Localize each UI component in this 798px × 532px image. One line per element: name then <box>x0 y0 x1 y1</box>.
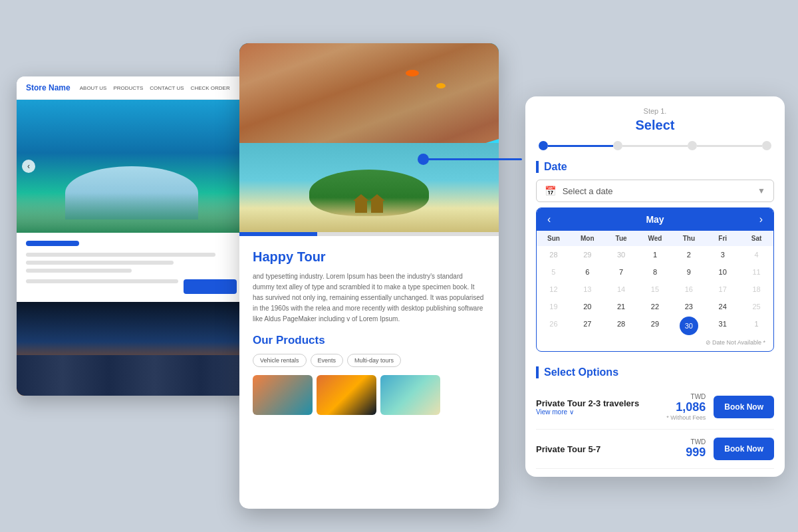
cal-cell[interactable]: 3 <box>706 246 739 263</box>
step-dot-1[interactable] <box>539 141 548 150</box>
cal-cell[interactable]: 29 <box>638 315 672 336</box>
cal-cell[interactable]: 10 <box>706 263 739 281</box>
huts <box>355 200 383 213</box>
cal-cell-selected[interactable]: 30 <box>680 317 698 335</box>
filler-line <box>26 279 178 283</box>
step-dots <box>539 141 771 150</box>
product-thumb-3[interactable] <box>380 375 440 415</box>
cal-cell-unavailable: 17 <box>706 281 739 298</box>
cal-cell[interactable]: 22 <box>638 298 672 315</box>
content-line-1 <box>26 253 215 257</box>
cal-cell[interactable]: 21 <box>604 298 638 315</box>
fish-1 <box>406 70 419 76</box>
cal-cell-unavailable: 25 <box>739 298 773 315</box>
cal-cell[interactable]: 8 <box>638 263 672 281</box>
hut-2 <box>371 200 383 213</box>
step-dot-4[interactable] <box>762 141 771 150</box>
cal-cell-unavailable: 19 <box>537 298 571 315</box>
cal-cell-other: 1 <box>739 315 773 336</box>
cal-cell[interactable]: 31 <box>706 315 739 336</box>
nav-check-order[interactable]: CHECK ORDER <box>191 85 230 91</box>
connector-dot <box>418 154 429 165</box>
tour-filters: Vehicle rentals Events Multi-day tours <box>253 354 485 367</box>
city-night-image: SOLD OUT <box>17 302 246 396</box>
content-btn-row <box>26 279 237 294</box>
store-nav: Store Name ABOUT US PRODUCTS CONTACT US … <box>17 76 246 100</box>
prev-slide-button[interactable]: ‹ <box>22 160 35 173</box>
filter-multiday[interactable]: Multi-day tours <box>347 354 401 367</box>
cal-cell[interactable]: 27 <box>571 315 604 336</box>
step-title: Select <box>539 118 771 133</box>
option-name-1: Private Tour 2-3 travelers <box>536 398 639 408</box>
cal-cell[interactable]: 28 <box>604 315 638 336</box>
option-row-1: Private Tour 2-3 travelers View more ∨ T… <box>536 385 774 430</box>
step-dot-3[interactable] <box>688 141 697 150</box>
calendar-icon: 📅 <box>545 186 556 196</box>
content-bar-accent <box>26 241 79 246</box>
book-now-button-2[interactable]: Book Now <box>714 438 774 460</box>
day-sun: Sun <box>537 231 571 246</box>
step-line-3 <box>697 145 762 147</box>
tour-description: and typesetting industry. Lorem Ipsum ha… <box>253 271 485 325</box>
fish-2 <box>436 83 446 88</box>
option-price-2: TWD 999 <box>686 438 706 460</box>
date-select-dropdown[interactable]: 📅 Select a date ▼ <box>536 180 774 202</box>
calendar: ‹ May › Sun Mon Tue Wed Thu Fri Sat 2829… <box>536 207 774 352</box>
cal-cell[interactable]: 9 <box>672 263 706 281</box>
product-thumb-1[interactable] <box>253 375 313 415</box>
cal-cell-unavailable: 15 <box>638 281 672 298</box>
day-fri: Fri <box>706 231 739 246</box>
options-section-title: Select Options <box>536 366 774 378</box>
nav-about[interactable]: ABOUT US <box>80 85 107 91</box>
tour-hero-image <box>239 43 499 236</box>
cal-cell-other: 28 <box>537 246 571 263</box>
steps-bar: Step 1. Select <box>525 96 785 150</box>
store-content-area <box>17 233 246 302</box>
content-line-2 <box>26 261 174 265</box>
prev-month-button[interactable]: ‹ <box>547 213 551 225</box>
tour-detail-card: Happy Tour and typesetting industry. Lor… <box>239 43 499 509</box>
cal-cell-unavailable: 14 <box>604 281 638 298</box>
tour-product-thumbs <box>253 375 485 415</box>
filter-events[interactable]: Events <box>311 354 344 367</box>
store-hero-image: ‹ <box>17 100 246 233</box>
cal-cell-unavailable: 26 <box>537 315 571 336</box>
date-section-title: Date <box>536 161 774 173</box>
cal-cell-other: 30 <box>604 246 638 263</box>
step-line-2 <box>622 145 688 147</box>
price-currency-2: TWD <box>686 438 706 446</box>
hut-1 <box>355 200 367 213</box>
content-line-3 <box>26 269 132 273</box>
cal-cell[interactable]: 2 <box>672 246 706 263</box>
option-price-1: TWD 1,086 * Without Fees <box>666 393 706 421</box>
nav-contact[interactable]: CONTACT US <box>150 85 184 91</box>
cal-cell-unavailable: 5 <box>537 263 571 281</box>
connector-line <box>422 158 522 160</box>
store-website-card: Store Name ABOUT US PRODUCTS CONTACT US … <box>17 76 246 396</box>
product-thumb-2[interactable] <box>317 375 376 415</box>
calendar-grid: 2829301234567891011121314151617181920212… <box>537 246 773 336</box>
filter-vehicle[interactable]: Vehicle rentals <box>253 354 307 367</box>
cal-cell[interactable]: 24 <box>706 298 739 315</box>
store-cta-button[interactable] <box>184 279 237 294</box>
cal-cell[interactable]: 6 <box>571 263 604 281</box>
day-thu: Thu <box>672 231 706 246</box>
calendar-day-names: Sun Mon Tue Wed Thu Fri Sat <box>537 231 773 246</box>
next-month-button[interactable]: › <box>759 213 763 225</box>
option-info-2: Private Tour 5-7 <box>536 444 600 454</box>
cal-cell-unavailable: 18 <box>739 281 773 298</box>
nav-products[interactable]: PRODUCTS <box>113 85 143 91</box>
day-wed: Wed <box>638 231 672 246</box>
price-amount-2: 999 <box>686 446 706 460</box>
cal-cell[interactable]: 1 <box>638 246 672 263</box>
cal-cell[interactable]: 7 <box>604 263 638 281</box>
option-view-more-1[interactable]: View more ∨ <box>536 408 639 416</box>
cal-cell[interactable]: 23 <box>672 298 706 315</box>
cal-cell-unavailable: 13 <box>571 281 604 298</box>
calendar-month: May <box>646 214 664 225</box>
step-dot-2[interactable] <box>613 141 622 150</box>
cal-cell[interactable]: 20 <box>571 298 604 315</box>
book-now-button-1[interactable]: Book Now <box>714 396 774 418</box>
store-logo[interactable]: Store Name <box>26 83 70 92</box>
calendar-header: ‹ May › <box>537 208 773 231</box>
